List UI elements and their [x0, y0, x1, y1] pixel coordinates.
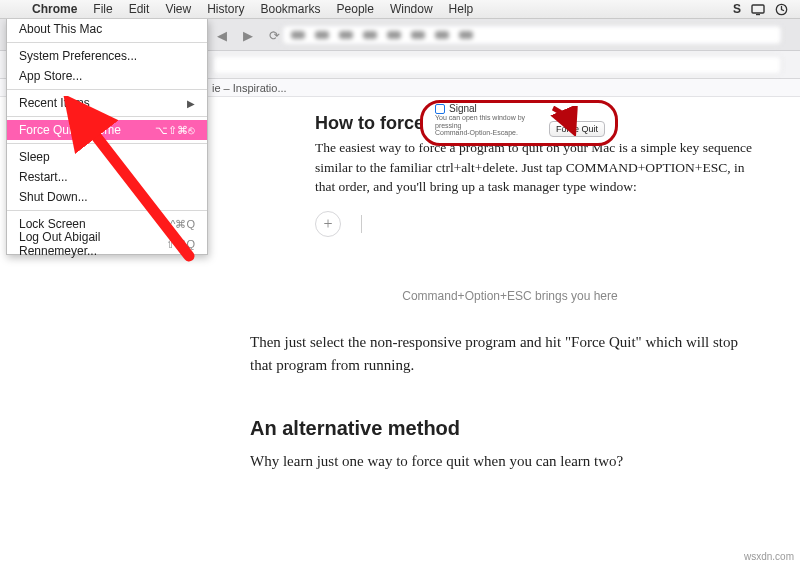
- forward-button[interactable]: ▶: [238, 25, 258, 45]
- menubar-history[interactable]: History: [199, 2, 252, 16]
- tab-strip-blurred: [282, 25, 782, 45]
- shortcut-label: ⌥⇧⌘⎋: [155, 124, 195, 137]
- url-field-blurred[interactable]: [212, 55, 782, 75]
- shortcut-label: ^⌘Q: [170, 218, 195, 231]
- svg-rect-0: [752, 5, 764, 13]
- menu-separator: [7, 89, 207, 90]
- siri-icon[interactable]: S: [733, 2, 741, 16]
- menubar-help[interactable]: Help: [441, 2, 482, 16]
- menubar-bookmarks[interactable]: Bookmarks: [253, 2, 329, 16]
- menu-separator: [7, 143, 207, 144]
- force-quit-hint: You can open this window by pressingComm…: [435, 114, 545, 137]
- menubar-people[interactable]: People: [329, 2, 382, 16]
- menubar-edit[interactable]: Edit: [121, 2, 158, 16]
- menu-app-store[interactable]: App Store...: [7, 66, 207, 86]
- article-heading-2: An alternative method: [250, 417, 760, 440]
- nav-buttons: ◀ ▶ ⟳: [212, 25, 284, 45]
- svg-rect-1: [756, 14, 760, 15]
- force-quit-window-illustration: Signal You can open this window by press…: [420, 100, 618, 146]
- force-quit-button[interactable]: Force Quit: [549, 121, 605, 137]
- menu-restart[interactable]: Restart...: [7, 167, 207, 187]
- menubar-app-name[interactable]: Chrome: [24, 2, 85, 16]
- time-machine-icon[interactable]: [775, 2, 788, 16]
- menu-separator: [7, 42, 207, 43]
- article-paragraph-2: Then just select the non-responsive prog…: [250, 331, 760, 378]
- menu-separator: [7, 210, 207, 211]
- macos-menubar: Chrome File Edit View History Bookmarks …: [0, 0, 800, 19]
- menu-shut-down[interactable]: Shut Down...: [7, 187, 207, 207]
- menu-about-mac[interactable]: About This Mac: [7, 19, 207, 39]
- menu-recent-items[interactable]: Recent Items▶: [7, 93, 207, 113]
- menu-system-preferences[interactable]: System Preferences...: [7, 46, 207, 66]
- article-paragraph-3: Why learn just one way to force quit whe…: [250, 450, 760, 473]
- text-cursor: [361, 215, 362, 233]
- menubar-view[interactable]: View: [157, 2, 199, 16]
- editor-insert-row: +: [315, 211, 760, 237]
- apple-dropdown-menu: About This Mac System Preferences... App…: [6, 19, 208, 255]
- article-paragraph-1: The easiest way to force a program to qu…: [315, 138, 760, 197]
- menubar-file[interactable]: File: [85, 2, 120, 16]
- menubar-right-icons: S: [733, 2, 794, 16]
- shortcut-label: ⇧⌘Q: [166, 238, 195, 251]
- menubar-window[interactable]: Window: [382, 2, 441, 16]
- image-caption: Command+Option+ESC brings you here: [260, 289, 760, 303]
- back-button[interactable]: ◀: [212, 25, 232, 45]
- menu-separator: [7, 116, 207, 117]
- force-quit-app-row: Signal: [435, 103, 477, 114]
- menu-log-out[interactable]: Log Out Abigail Rennemeyer...⇧⌘Q: [7, 234, 207, 254]
- bookmark-item[interactable]: ie – Inspiratio...: [212, 82, 287, 94]
- screen-icon[interactable]: [751, 2, 765, 16]
- menu-sleep[interactable]: Sleep: [7, 147, 207, 167]
- reload-button[interactable]: ⟳: [264, 25, 284, 45]
- watermark: wsxdn.com: [744, 551, 794, 562]
- menu-force-quit[interactable]: Force Quit Chrome⌥⇧⌘⎋: [7, 120, 207, 140]
- insert-block-button[interactable]: +: [315, 211, 341, 237]
- submenu-arrow-icon: ▶: [187, 98, 195, 109]
